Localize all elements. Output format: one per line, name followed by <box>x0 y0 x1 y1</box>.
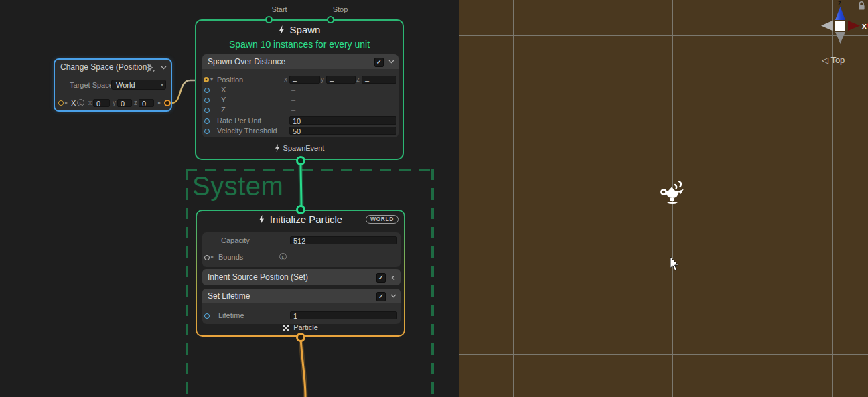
lightning-icon <box>279 25 285 35</box>
axis-row-y[interactable]: Y – <box>202 95 399 104</box>
axis-z-label: z <box>134 99 137 106</box>
chevron-down-icon[interactable] <box>390 294 396 298</box>
initialize-node[interactable]: Initialize Particle WORLD Capacity 512 ▸… <box>196 210 405 337</box>
y-input-port[interactable] <box>204 98 210 103</box>
spawn-node[interactable]: Spawn Spawn 10 instances for every unit … <box>195 19 404 160</box>
rate-input-port[interactable] <box>204 118 210 124</box>
spawn-node-subtitle: Spawn 10 instances for every unit <box>196 39 403 50</box>
spawn-event-output[interactable]: SpawnEvent <box>196 144 403 152</box>
block-enabled-checkbox[interactable]: ✓ <box>376 292 386 301</box>
z-input-port[interactable] <box>204 108 210 113</box>
view-orientation-label[interactable]: ◁ Top <box>822 55 845 65</box>
rate-field[interactable]: 10 <box>289 116 396 125</box>
spawn-over-distance-block[interactable]: Spawn Over Distance ✓ ▾ Position x – y –… <box>202 54 399 137</box>
z-row-value: – <box>291 105 295 114</box>
expander-icon[interactable]: ▸ <box>211 252 214 262</box>
local-space-badge[interactable]: L <box>77 99 84 106</box>
axis-cone-left[interactable] <box>821 21 833 31</box>
z-row-label: Z <box>221 105 226 114</box>
lock-icon[interactable] <box>859 5 865 10</box>
initialize-output-flow-port[interactable] <box>296 333 305 342</box>
change-space-input-port[interactable] <box>58 100 64 106</box>
expander-icon[interactable]: ▾ <box>210 75 213 84</box>
block-title[interactable]: Spawn Over Distance <box>202 54 399 69</box>
capacity-field[interactable]: 512 <box>290 236 397 244</box>
change-space-output-port[interactable] <box>164 100 171 106</box>
local-space-badge[interactable]: L <box>279 253 287 260</box>
x-field[interactable]: 0 <box>93 99 110 107</box>
gizmo-center-cube[interactable] <box>835 21 845 31</box>
input-port-label: X <box>71 99 76 107</box>
lifetime-input-port[interactable] <box>204 313 210 319</box>
target-space-value: World <box>116 81 135 89</box>
chevron-left-icon[interactable] <box>391 275 395 281</box>
z-field[interactable]: 0 <box>139 99 154 107</box>
spawn-output-flow-port[interactable] <box>296 156 305 165</box>
velocity-label: Velocity Threshold <box>217 126 277 135</box>
axis-x-label: x <box>284 75 287 84</box>
lock-icon-shackle <box>860 2 864 5</box>
wire-spawnevent[interactable] <box>301 161 301 208</box>
axis-x-cone[interactable] <box>848 21 860 31</box>
block-enabled-checkbox[interactable]: ✓ <box>376 273 386 283</box>
target-space-dropdown[interactable]: World ▾ <box>111 80 166 90</box>
velocity-field[interactable]: 50 <box>289 127 396 135</box>
lifetime-row[interactable]: Lifetime 1 <box>202 311 401 320</box>
chevron-down-icon[interactable] <box>388 60 394 64</box>
y-row-label: Y <box>221 95 226 104</box>
axis-row-x[interactable]: X – <box>202 85 399 94</box>
capacity-bounds-block[interactable]: Capacity 512 ▸ Bounds L <box>202 232 401 267</box>
axis-row-z[interactable]: Z – <box>202 105 399 114</box>
orientation-gizmo[interactable]: z x <box>818 0 868 47</box>
position-x-field[interactable]: – <box>289 76 320 84</box>
block-title[interactable]: Inherit Source Position (Set) <box>202 269 401 285</box>
bounds-row[interactable]: ▸ Bounds L <box>202 252 401 262</box>
capacity-row[interactable]: Capacity 512 <box>202 236 401 245</box>
set-lifetime-block[interactable]: Set Lifetime ✓ Lifetime 1 <box>202 289 401 324</box>
bounds-label: Bounds <box>218 252 243 262</box>
divider <box>55 76 171 76</box>
x-input-port[interactable] <box>204 88 210 93</box>
velocity-input-port[interactable] <box>204 129 210 134</box>
lifetime-field[interactable]: 1 <box>290 311 397 319</box>
lifetime-label: Lifetime <box>218 311 244 320</box>
particle-output[interactable]: Particle <box>197 323 404 331</box>
position-input-port[interactable] <box>204 77 209 82</box>
position-row[interactable]: ▾ Position x – y – z – <box>202 75 399 84</box>
vfx-lamp-gizmo-icon[interactable] <box>660 181 685 208</box>
position-z-field[interactable]: – <box>362 76 396 84</box>
vfx-graph-window: System Change Space (Position) <box>0 0 868 397</box>
y-row-value: – <box>291 95 295 104</box>
world-space-badge[interactable]: WORLD <box>366 215 399 224</box>
rate-label: Rate Per Unit <box>217 116 261 125</box>
start-port[interactable] <box>265 16 273 23</box>
grid-line <box>459 354 868 355</box>
chevron-down-icon[interactable] <box>161 66 167 70</box>
inherit-source-position-block[interactable]: Inherit Source Position (Set) ✓ <box>202 269 401 285</box>
axis-y-label: y <box>321 75 324 84</box>
axis-x-label: x <box>88 99 92 106</box>
block-enabled-checkbox[interactable]: ✓ <box>374 58 384 67</box>
axis-y-label: y <box>113 99 116 106</box>
rate-per-unit-row[interactable]: Rate Per Unit 10 <box>202 116 399 125</box>
axis-z-cone[interactable] <box>835 7 845 20</box>
vfx-graph-canvas[interactable]: System Change Space (Position) <box>0 0 459 397</box>
output-expander-icon[interactable]: ▸ <box>158 98 161 108</box>
bounds-input-port[interactable] <box>204 255 210 260</box>
velocity-threshold-row[interactable]: Velocity Threshold 50 <box>202 126 399 135</box>
initialize-input-flow-port[interactable] <box>296 205 305 214</box>
change-space-node[interactable]: Change Space (Position) Target Space Wor… <box>54 58 172 112</box>
position-y-field[interactable]: – <box>326 76 356 84</box>
axis-cone-down[interactable] <box>835 32 845 44</box>
particle-icon <box>283 325 290 331</box>
gear-icon[interactable] <box>147 64 155 72</box>
grid-line <box>459 35 868 36</box>
scene-view[interactable]: z x ◁ Top <box>459 0 868 397</box>
stop-port[interactable] <box>327 16 334 23</box>
view-label: Top <box>830 55 845 65</box>
y-field[interactable]: 0 <box>117 99 132 107</box>
block-title[interactable]: Set Lifetime <box>202 289 401 303</box>
lightning-icon <box>259 215 265 224</box>
expander-icon[interactable]: ▸ <box>65 98 68 108</box>
capacity-label: Capacity <box>221 236 250 245</box>
